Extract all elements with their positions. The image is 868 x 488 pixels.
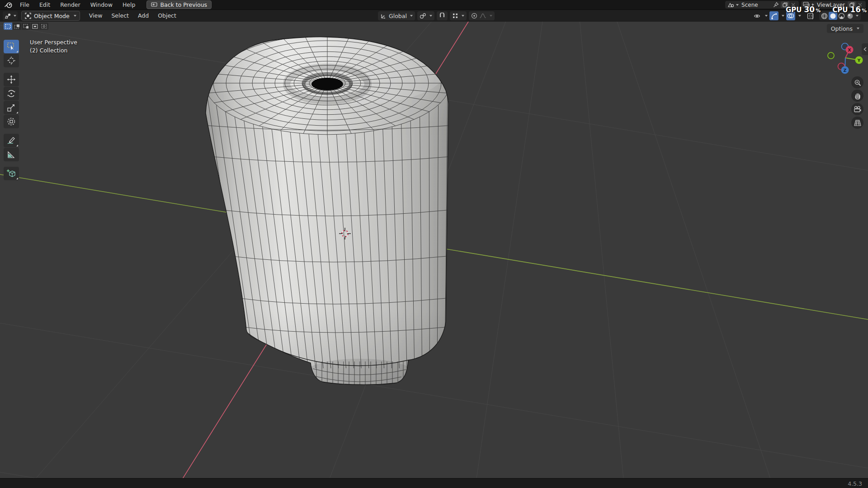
- annotate-tool-icon: [7, 136, 16, 145]
- chevron-down-icon: [74, 15, 76, 17]
- measure-tool[interactable]: [4, 148, 19, 161]
- move-tool-icon: [7, 75, 16, 84]
- rotate-tool-icon: [7, 89, 16, 98]
- gizmo-y-label: Y: [857, 58, 861, 63]
- move-tool[interactable]: [4, 73, 19, 86]
- menu-object[interactable]: Object: [153, 10, 181, 22]
- collapse-sidebar-tab[interactable]: [862, 43, 868, 55]
- select-mode-set[interactable]: [4, 23, 12, 30]
- scale-tool-icon: [7, 103, 16, 112]
- select-mode-subtract[interactable]: [22, 23, 30, 30]
- menu-select[interactable]: Select: [107, 10, 133, 22]
- proportional-editing-group[interactable]: [469, 11, 495, 20]
- gpu-label: GPU: [786, 6, 802, 14]
- chevron-down-icon[interactable]: [782, 15, 784, 17]
- cursor-tool[interactable]: [4, 54, 19, 67]
- editor-type-icon: [4, 13, 12, 19]
- version-label: 4.5.3: [848, 480, 868, 487]
- chevron-down-icon[interactable]: [798, 15, 801, 17]
- snap-target-icon: [452, 13, 458, 19]
- snap-target-dropdown[interactable]: [450, 11, 467, 20]
- blender-window: Options: [0, 0, 868, 488]
- gizmo-icon: [771, 13, 778, 19]
- back-to-previous-label: Back to Previous: [160, 1, 207, 8]
- chevron-down-icon: [14, 15, 16, 17]
- pin-icon[interactable]: [773, 2, 779, 8]
- menu-render[interactable]: Render: [55, 0, 85, 9]
- menu-window[interactable]: Window: [85, 0, 118, 9]
- chevron-down-icon: [490, 15, 492, 17]
- pan-icon: [854, 92, 861, 99]
- object-mode-icon: [25, 13, 31, 19]
- camera-view-icon: [854, 106, 861, 113]
- scene-icon: [727, 2, 735, 8]
- chevron-down-icon: [857, 28, 859, 29]
- gizmo-axis-y-neg[interactable]: [828, 52, 834, 59]
- zoom-view-button[interactable]: [851, 76, 863, 89]
- gpu-unit: %: [816, 8, 821, 14]
- select-mode-intersect[interactable]: [40, 23, 48, 30]
- blender-logo[interactable]: [4, 1, 13, 9]
- cpu-unit: %: [862, 8, 867, 14]
- scale-tool[interactable]: [4, 101, 19, 114]
- gpu-value: 30: [804, 5, 815, 14]
- collapse-sidebar-icon: [863, 47, 867, 52]
- options-button[interactable]: Options: [827, 24, 863, 33]
- transform-tool-icon: [7, 117, 16, 126]
- show-gizmo-toggle[interactable]: [769, 11, 778, 20]
- chevron-down-icon[interactable]: [856, 15, 859, 17]
- chevron-down-icon: [429, 15, 432, 17]
- mode-dropdown[interactable]: Object Mode: [21, 11, 80, 21]
- axis-gizmo[interactable]: X Y Z: [826, 37, 867, 78]
- proportional-editing-icon: [471, 13, 477, 19]
- select-mode-extend[interactable]: [13, 23, 21, 30]
- cursor-tool-icon: [7, 56, 16, 65]
- visibility-icon: [754, 13, 761, 19]
- viewport-header: Object Mode View Select Add Object Globa…: [0, 9, 868, 22]
- pan-view-button[interactable]: [851, 89, 863, 102]
- transform-tool[interactable]: [4, 115, 19, 128]
- pivot-point-icon: [420, 13, 426, 19]
- menu-edit[interactable]: Edit: [34, 0, 55, 9]
- object-visibility-dropdown[interactable]: [753, 11, 762, 20]
- snap-toggle[interactable]: [437, 11, 448, 20]
- menu-file[interactable]: File: [15, 0, 34, 9]
- proportional-falloff-icon: [479, 13, 486, 19]
- select-mode-row: [4, 23, 48, 30]
- select-mode-invert[interactable]: [31, 23, 39, 30]
- pivot-point-dropdown[interactable]: [417, 11, 434, 20]
- transform-orientation-dropdown[interactable]: Global: [378, 11, 415, 20]
- menu-help[interactable]: Help: [118, 0, 141, 9]
- performance-overlay: GPU 30 % CPU 16 %: [786, 5, 867, 14]
- menu-add[interactable]: Add: [133, 10, 153, 22]
- editor-type-selector[interactable]: [3, 11, 18, 20]
- cpu-value: 16: [850, 5, 861, 14]
- gizmo-x-label: X: [848, 47, 851, 52]
- measure-tool-icon: [7, 150, 16, 159]
- view-perspective-label: User Perspective: [30, 39, 77, 46]
- ortho-toggle-button[interactable]: [851, 117, 863, 129]
- transform-orientation-icon: [380, 13, 387, 19]
- menu-view[interactable]: View: [85, 10, 107, 22]
- chevron-down-icon: [462, 15, 464, 17]
- annotate-tool[interactable]: [4, 134, 19, 147]
- topbar: File Edit Render Window Help Back to Pre…: [0, 0, 868, 9]
- back-icon: [151, 2, 157, 7]
- snap-magnet-icon: [439, 13, 445, 19]
- crosshair-3d-cursor: [339, 227, 351, 240]
- zoom-icon: [854, 79, 861, 86]
- viewport-3d[interactable]: Options: [0, 21, 868, 478]
- camera-view-button[interactable]: [851, 103, 863, 115]
- cpu-label: CPU: [832, 6, 848, 14]
- rotate-tool[interactable]: [4, 87, 19, 100]
- add-cube-tool[interactable]: [4, 167, 19, 180]
- active-collection-label: (2) Collection: [30, 47, 68, 54]
- statusbar: 4.5.3: [0, 478, 868, 488]
- back-to-previous-button[interactable]: Back to Previous: [146, 0, 212, 9]
- chevron-down-icon: [410, 15, 413, 17]
- chevron-down-icon[interactable]: [765, 15, 768, 17]
- scene-name[interactable]: Scene: [739, 2, 771, 8]
- options-label: Options: [831, 25, 853, 32]
- select-box-tool[interactable]: [4, 40, 19, 53]
- gizmo-z-label: Z: [844, 68, 847, 73]
